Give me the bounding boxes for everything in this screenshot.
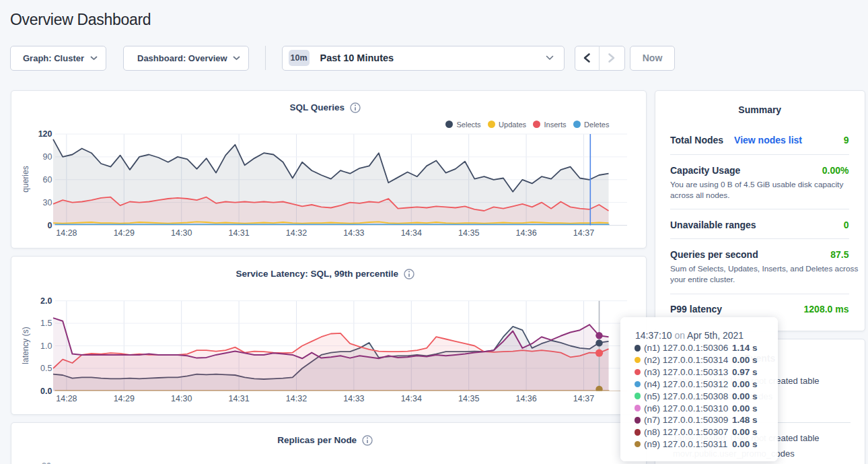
svg-text:latency (s): latency (s)	[21, 327, 30, 364]
svg-text:14:34: 14:34	[400, 394, 421, 403]
svg-text:14:31: 14:31	[228, 228, 249, 238]
svg-text:14:30: 14:30	[171, 394, 192, 403]
svg-text:14:29: 14:29	[113, 228, 134, 238]
svg-text:90: 90	[42, 152, 52, 162]
svg-text:14:32: 14:32	[285, 228, 306, 238]
svg-text:0: 0	[47, 220, 52, 230]
svg-text:14:35: 14:35	[458, 394, 479, 403]
svg-text:14:31: 14:31	[228, 394, 249, 403]
svg-text:14:37: 14:37	[573, 394, 593, 403]
svg-text:14:28: 14:28	[56, 228, 77, 238]
svg-text:14:33: 14:33	[343, 228, 364, 238]
svg-text:14:29: 14:29	[113, 394, 134, 403]
svg-text:120: 120	[38, 129, 52, 139]
svg-text:1.0: 1.0	[40, 341, 52, 351]
svg-text:60: 60	[42, 175, 52, 185]
svg-text:14:35: 14:35	[458, 228, 479, 238]
svg-text:1.5: 1.5	[40, 319, 52, 328]
svg-text:2.0: 2.0	[40, 296, 52, 306]
svg-text:14:37: 14:37	[573, 228, 593, 238]
svg-text:14:34: 14:34	[400, 228, 421, 238]
svg-text:14:32: 14:32	[285, 394, 306, 403]
svg-text:14:30: 14:30	[171, 228, 192, 238]
svg-text:0.0: 0.0	[40, 387, 52, 396]
svg-text:14:36: 14:36	[515, 228, 536, 238]
svg-text:0.5: 0.5	[40, 364, 52, 373]
svg-text:14:28: 14:28	[56, 394, 77, 403]
svg-text:30: 30	[42, 197, 52, 207]
svg-text:14:33: 14:33	[343, 394, 364, 403]
svg-text:14:36: 14:36	[515, 394, 536, 403]
svg-text:queries: queries	[21, 166, 30, 192]
